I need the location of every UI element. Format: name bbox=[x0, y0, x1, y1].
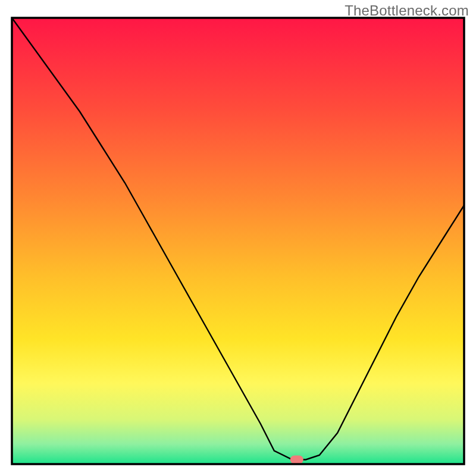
gradient-background bbox=[12, 18, 464, 464]
watermark-text: TheBottleneck.com bbox=[345, 2, 469, 19]
plot-area bbox=[12, 18, 464, 464]
optimum-marker bbox=[290, 456, 303, 464]
bottleneck-chart: TheBottleneck.com bbox=[0, 0, 476, 476]
chart-svg bbox=[0, 0, 476, 476]
